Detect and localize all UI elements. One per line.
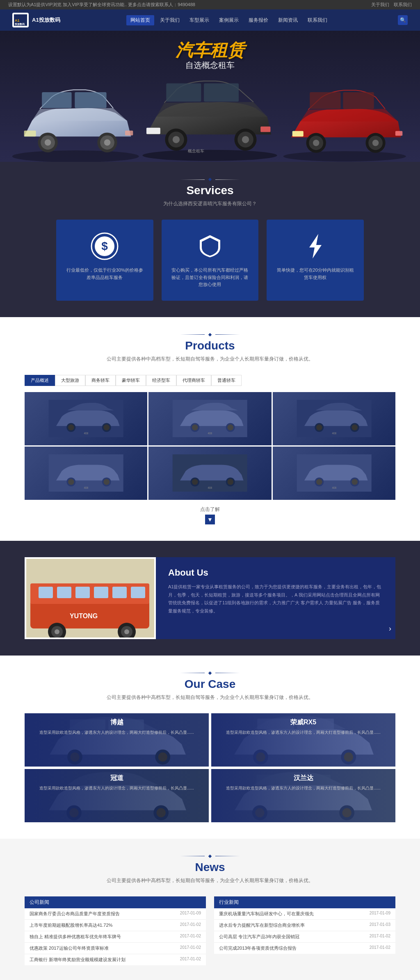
news-divider — [25, 855, 395, 858]
products-title: Products — [25, 339, 395, 352]
svg-text:$: $ — [102, 240, 108, 252]
svg-rect-24 — [261, 127, 271, 132]
news-date: 2017-01-02 — [180, 957, 201, 963]
products-divider — [25, 333, 395, 336]
svg-rect-36 — [395, 131, 402, 136]
news-text: 优惠政策 2017运输公司年终资质审标准 — [30, 945, 109, 951]
news-item[interactable]: 上市年度前期超额配股增长率高达41.72% 2017-01-02 — [25, 920, 206, 931]
case-desc-guandao: 造型采用款欧造型风格，渗透东方人的设计理念，两厢大灯造型修前后，长风凸显....… — [31, 785, 203, 791]
svg-text:408: 408 — [208, 486, 212, 489]
search-button[interactable]: 🔍 — [398, 15, 408, 25]
news-date: 2017-01-02 — [180, 945, 201, 951]
product-item-1[interactable]: 408 — [25, 392, 147, 445]
services-section: Services 为什么选择西安逻喜晴汽车服务有限公司？ $ 行业最低价，仅低于… — [0, 162, 420, 317]
case-overlay-rx5: 荣威RX5 造型采用款欧造型风格，渗透东方人的设计理念，两厢大灯造型修前后，长风… — [211, 713, 395, 767]
case-divider — [25, 672, 395, 674]
news-item[interactable]: 公司完成2013年各项资质优秀综合报告 2017-01-02 — [214, 943, 395, 954]
news-date: 2017-01-02 — [180, 934, 201, 940]
case-grid: 博越 造型采用款欧造型风格，渗透东方人的设计理念，两厢大灯造型修前后，长风凸显.… — [25, 713, 395, 822]
svg-rect-5 — [75, 92, 106, 108]
svg-point-8 — [45, 139, 51, 145]
news-date: 2017-01-09 — [370, 911, 390, 917]
hero-main-title: 汽车租赁 — [176, 39, 244, 62]
products-section: Products 公司主要提供各种中高档车型，长短期自驾等服务，为企业个人长期用… — [0, 317, 420, 541]
news-item[interactable]: 公司高层 专注汽车产品3年内获全国销冠 2017-01-02 — [214, 931, 395, 943]
svg-point-3 — [12, 150, 139, 162]
logo: A1 投放数码 A1投放数码 — [12, 13, 60, 27]
hero-cars: 概念租车 — [0, 64, 420, 162]
svg-point-45 — [103, 424, 110, 431]
case-desc-boyue: 造型采用款欧造型风格，渗透东方人的设计理念，两厢大灯造型修前后，长风凸显....… — [31, 729, 203, 735]
svg-point-19 — [173, 136, 180, 143]
service-icon-lightning — [301, 232, 330, 261]
about-section: YUTONG About Us A1提供租赁一家专业从事租赁服务的公司，致力于为… — [0, 541, 420, 656]
services-divider — [25, 178, 395, 181]
nav-cases[interactable]: 案例展示 — [215, 15, 243, 25]
news-date: 2017-01-02 — [180, 922, 201, 928]
svg-text:408: 408 — [208, 432, 212, 435]
svg-point-26 — [283, 151, 406, 161]
svg-point-63 — [103, 479, 110, 485]
nav-about[interactable]: 关于我们 — [156, 15, 184, 25]
about-arrow-icon[interactable]: › — [389, 624, 391, 633]
case-item-rx5[interactable]: 荣威RX5 造型采用款欧造型风格，渗透东方人的设计理念，两厢大灯造型修前后，长风… — [211, 713, 395, 767]
view-more-button[interactable]: ▼ — [205, 515, 215, 524]
tab-agent[interactable]: 代理商轿车 — [176, 375, 211, 386]
nav-services[interactable]: 服务报价 — [244, 15, 272, 25]
tab-luxury[interactable]: 豪华轿车 — [116, 375, 146, 386]
svg-rect-80 — [39, 587, 53, 598]
div-l — [180, 334, 205, 335]
svg-point-22 — [242, 136, 249, 143]
product-item-2[interactable]: 408 — [148, 392, 271, 445]
case-item-boyue[interactable]: 博越 造型采用款欧造型风格，渗透东方人的设计理念，两厢大灯造型修前后，长风凸显.… — [25, 713, 209, 767]
top-bar-contact[interactable]: 联系我们 — [394, 2, 412, 7]
divider-diamond — [208, 178, 212, 181]
news-date: 2017-01-03 — [370, 922, 390, 928]
nav-home[interactable]: 网站首页 — [126, 15, 154, 25]
svg-point-49 — [192, 424, 198, 431]
svg-text:408: 408 — [84, 486, 88, 489]
svg-text:408: 408 — [84, 432, 88, 435]
news-item[interactable]: 独自上 精准提供多种优惠租车优先年终车牌号 2017-01-02 — [25, 931, 206, 943]
case-title-rx5: 荣威RX5 — [217, 718, 389, 727]
news-item[interactable]: 进水后专力提醒汽车在新型综合商业增长率 2017-01-03 — [214, 920, 395, 931]
case-item-hanlada[interactable]: 汉兰达 造型采用款欧造型风格，渗透东方人的设计理念，两厢大灯造型修前后，长风凸显… — [211, 769, 395, 822]
tab-large[interactable]: 大型旅游 — [55, 375, 85, 386]
news-item[interactable]: 重庆机场重量汽车制品研发中心，可在重庆领先 2017-01-09 — [214, 908, 395, 920]
svg-rect-28 — [343, 92, 374, 109]
tab-regular[interactable]: 普通轿车 — [211, 375, 242, 386]
tab-economy[interactable]: 经济型车 — [146, 375, 176, 386]
news-item[interactable]: 国家商务厅委员公布商品质量产年度资质报告 2017-01-09 — [25, 908, 206, 920]
service-card-price: $ 行业最低价，仅低于行业30%的价格参差率品品租车服务 — [56, 220, 153, 301]
news-item[interactable]: 工商银行 新增年终奖励营业额规模建设发展计划 2017-01-02 — [25, 954, 206, 965]
top-bar-about[interactable]: 关于我们 — [371, 2, 389, 7]
case-div-d — [208, 671, 212, 675]
nav-cars[interactable]: 车型展示 — [185, 15, 213, 25]
news-company-col: 公司新闻 国家商务厅委员公布商品质量产年度资质报告 2017-01-09 上市年… — [25, 896, 206, 965]
tab-business[interactable]: 商务轿车 — [85, 375, 116, 386]
service-card-lightning: 简单快捷，您可在20分钟内就能识别租赁车使用权 — [267, 220, 364, 301]
nav-contact[interactable]: 联系我们 — [304, 15, 331, 25]
service-icon-shield — [196, 232, 224, 261]
product-item-5[interactable]: 408 — [148, 447, 271, 500]
top-bar-right: 关于我们 联系我们 — [368, 2, 412, 8]
car-left-svg — [8, 72, 143, 162]
svg-point-57 — [352, 424, 358, 431]
news-item[interactable]: 优惠政策 2017运输公司年终资质审标准 2017-01-02 — [25, 943, 206, 954]
case-item-guandao[interactable]: 冠道 造型采用款欧造型风格，渗透东方人的设计理念，两厢大灯造型修前后，长风凸显.… — [25, 769, 209, 822]
svg-rect-83 — [94, 587, 108, 598]
svg-rect-81 — [57, 587, 71, 598]
news-text: 独自上 精准提供多种优惠租车优先年终车牌号 — [30, 934, 121, 940]
tab-overview[interactable]: 产品概述 — [25, 375, 55, 386]
product-item-3[interactable]: 408 — [273, 392, 395, 445]
svg-rect-85 — [131, 587, 145, 598]
divider-left — [180, 179, 205, 180]
product-item-4[interactable]: 408 — [25, 447, 147, 500]
nav-news[interactable]: 新闻资讯 — [274, 15, 302, 25]
product-item-6[interactable]: 408 — [273, 447, 395, 500]
news-text: 重庆机场重量汽车制品研发中心，可在重庆领先 — [219, 911, 314, 917]
news-div-l — [180, 856, 205, 856]
svg-point-55 — [316, 424, 322, 431]
case-title: Our Case — [25, 678, 395, 691]
news-text: 工商银行 新增年终奖励营业额规模建设发展计划 — [30, 957, 126, 963]
